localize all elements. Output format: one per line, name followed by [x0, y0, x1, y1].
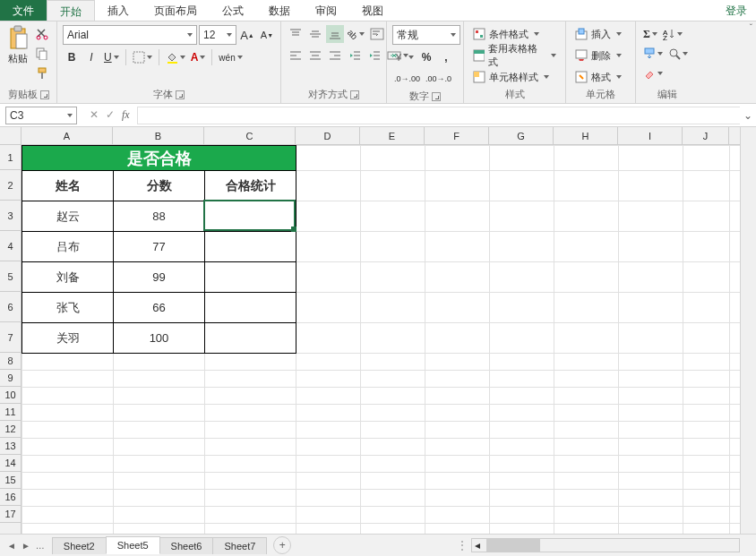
tab-view[interactable]: 视图 — [349, 0, 396, 21]
tab-insert[interactable]: 插入 — [95, 0, 142, 21]
increase-decimal-button[interactable]: .0→.00 — [392, 70, 422, 88]
align-bottom-button[interactable] — [326, 25, 344, 43]
percent-button[interactable]: % — [417, 48, 435, 66]
column-header[interactable]: C — [204, 127, 296, 144]
table-header-cell[interactable]: 姓名 — [21, 170, 114, 201]
login-link[interactable]: 登录 — [717, 0, 756, 21]
row-header[interactable]: 10 — [0, 387, 21, 404]
sheet-tab[interactable]: Sheet7 — [212, 537, 267, 554]
grow-font-button[interactable]: A▲ — [238, 26, 256, 44]
shrink-font-button[interactable]: A▼ — [258, 26, 276, 44]
sheet-nav-first[interactable]: ◄ — [7, 541, 16, 551]
name-cell[interactable]: 关羽 — [21, 322, 114, 354]
pass-cell[interactable] — [204, 201, 296, 232]
row-header[interactable]: 14 — [0, 455, 21, 472]
autosum-button[interactable]: Σ — [641, 25, 659, 43]
align-top-button[interactable] — [287, 25, 305, 43]
paste-button[interactable]: 粘贴 — [5, 25, 30, 65]
column-header[interactable]: H — [554, 127, 618, 144]
tab-review[interactable]: 审阅 — [303, 0, 349, 21]
font-size-select[interactable]: 12 — [199, 25, 236, 45]
find-select-button[interactable] — [666, 45, 690, 63]
score-cell[interactable]: 99 — [113, 261, 205, 293]
row-header[interactable]: 3 — [0, 201, 21, 231]
alignment-dialog-launcher[interactable] — [350, 90, 359, 99]
clipboard-dialog-launcher[interactable] — [40, 90, 49, 99]
row-header[interactable]: 1 — [0, 145, 21, 170]
vertical-scrollbar[interactable] — [740, 127, 756, 534]
tab-page-layout[interactable]: 页面布局 — [142, 0, 210, 21]
fill-button[interactable] — [641, 45, 665, 63]
bold-button[interactable]: B — [63, 48, 81, 66]
conditional-format-button[interactable]: 条件格式 — [469, 25, 543, 43]
collapse-ribbon-button[interactable]: ˇ — [750, 23, 752, 33]
align-middle-button[interactable] — [306, 25, 324, 43]
row-header[interactable]: 16 — [0, 489, 21, 506]
underline-button[interactable]: U — [102, 48, 121, 66]
row-header[interactable]: 15 — [0, 472, 21, 489]
sheet-tab[interactable]: Sheet6 — [159, 537, 214, 554]
row-header[interactable]: 5 — [0, 261, 21, 292]
copy-button[interactable] — [33, 45, 51, 63]
tab-data[interactable]: 数据 — [256, 0, 303, 21]
row-header[interactable]: 9 — [0, 370, 21, 387]
score-cell[interactable]: 100 — [113, 322, 205, 354]
row-header[interactable]: 13 — [0, 438, 21, 455]
score-cell[interactable]: 77 — [113, 231, 205, 262]
column-header[interactable]: J — [683, 127, 729, 144]
column-header[interactable]: A — [21, 127, 113, 144]
table-header-cell[interactable]: 合格统计 — [204, 170, 296, 201]
clear-button[interactable] — [641, 64, 665, 82]
orientation-button[interactable]: ab — [346, 25, 366, 43]
table-title-cell[interactable]: 是否合格 — [21, 145, 296, 171]
fill-color-button[interactable] — [164, 48, 187, 66]
decrease-indent-button[interactable] — [346, 47, 364, 64]
decrease-decimal-button[interactable]: .00→.0 — [424, 70, 453, 88]
font-dialog-launcher[interactable] — [176, 90, 185, 99]
italic-button[interactable]: I — [82, 48, 100, 66]
align-right-button[interactable] — [326, 47, 344, 64]
row-header[interactable]: 17 — [0, 506, 21, 523]
name-cell[interactable]: 刘备 — [21, 261, 114, 293]
sheet-nav-prev[interactable]: ► — [21, 541, 30, 551]
sort-filter-button[interactable]: AZ — [661, 25, 684, 43]
accept-formula-button[interactable]: ✓ — [106, 108, 115, 122]
format-cells-button[interactable]: 格式 — [571, 68, 625, 86]
insert-function-button[interactable]: fx — [122, 108, 130, 122]
row-header[interactable]: 4 — [0, 231, 21, 261]
name-cell[interactable]: 赵云 — [21, 201, 114, 232]
new-sheet-button[interactable]: + — [273, 536, 291, 554]
table-format-button[interactable]: 套用表格格式 — [469, 47, 560, 64]
row-header[interactable]: 7 — [0, 322, 21, 353]
delete-cells-button[interactable]: 删除 — [571, 47, 625, 64]
column-header[interactable]: F — [425, 127, 489, 144]
worksheet-grid[interactable]: 1234567891011121314151617 ABCDEFGHIJ 是否合… — [0, 127, 756, 534]
font-color-button[interactable]: A — [189, 48, 208, 66]
table-header-cell[interactable]: 分数 — [113, 170, 205, 201]
accounting-format-button[interactable]: ¥ — [392, 48, 416, 66]
format-painter-button[interactable] — [33, 64, 51, 82]
name-cell[interactable]: 吕布 — [21, 231, 114, 262]
pass-cell[interactable] — [204, 231, 296, 262]
wrap-text-button[interactable] — [368, 25, 386, 43]
name-box[interactable]: C3 — [5, 107, 77, 124]
align-left-button[interactable] — [287, 47, 305, 64]
select-all-corner[interactable] — [0, 127, 21, 145]
column-header[interactable]: E — [360, 127, 425, 144]
column-header[interactable]: I — [618, 127, 683, 144]
cut-button[interactable] — [33, 25, 51, 43]
comma-button[interactable]: , — [437, 48, 455, 66]
name-cell[interactable]: 张飞 — [21, 292, 114, 323]
column-header[interactable]: B — [113, 127, 204, 144]
row-header[interactable]: 8 — [0, 353, 21, 370]
cancel-formula-button[interactable]: ✕ — [90, 108, 99, 122]
column-header[interactable]: G — [489, 127, 554, 144]
align-center-button[interactable] — [306, 47, 324, 64]
font-name-select[interactable]: Arial — [63, 25, 197, 45]
tab-formulas[interactable]: 公式 — [210, 0, 256, 21]
column-header[interactable]: D — [296, 127, 360, 144]
sheet-tab[interactable]: Sheet2 — [52, 537, 107, 554]
borders-button[interactable] — [131, 48, 154, 66]
sheet-nav-more[interactable]: … — [36, 541, 45, 551]
row-header[interactable]: 2 — [0, 170, 21, 201]
